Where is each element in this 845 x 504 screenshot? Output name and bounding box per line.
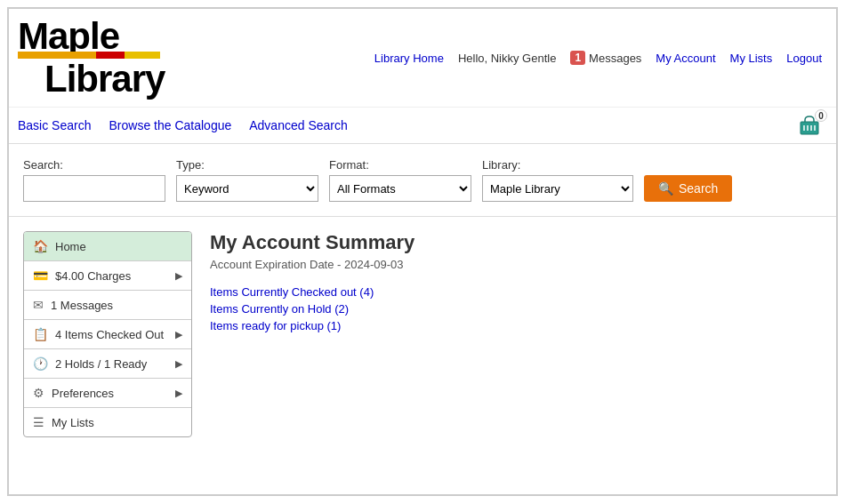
search-field-group: Search: bbox=[23, 158, 165, 202]
header-nav: Library Home Hello, Nikky Gentle 1 Messa… bbox=[374, 51, 822, 65]
sidebar-item-my-lists-label: My Lists bbox=[52, 416, 94, 429]
sidebar-item-checked-out[interactable]: 📋 4 Items Checked Out ▶ bbox=[24, 320, 191, 349]
format-label: Format: bbox=[329, 158, 471, 172]
format-field-group: Format: All Formats Books DVDs Music eBo… bbox=[329, 158, 471, 202]
pickup-summary-link[interactable]: Items ready for pickup (1) bbox=[210, 319, 822, 332]
holds-icon: 🕐 bbox=[33, 356, 48, 371]
library-label: Library: bbox=[482, 158, 633, 172]
browse-catalogue-link[interactable]: Browse the Catalogue bbox=[109, 118, 231, 132]
sidebar-item-preferences[interactable]: ⚙ Preferences ▶ bbox=[24, 379, 191, 408]
library-home-link[interactable]: Library Home bbox=[374, 52, 444, 65]
cart-count: 0 bbox=[815, 109, 827, 122]
charges-icon: 💳 bbox=[33, 268, 48, 283]
summary-links: Items Currently Checked out (4) Items Cu… bbox=[210, 285, 822, 332]
chevron-icon-2: ▶ bbox=[175, 329, 182, 340]
basic-search-link[interactable]: Basic Search bbox=[18, 118, 91, 132]
checked-out-summary-link[interactable]: Items Currently Checked out (4) bbox=[210, 285, 822, 299]
sidebar-item-charges[interactable]: 💳 $4.00 Charges ▶ bbox=[24, 261, 191, 291]
preferences-icon: ⚙ bbox=[33, 386, 44, 400]
sidebar-item-charges-label: $4.00 Charges bbox=[55, 269, 131, 283]
messages-icon: ✉ bbox=[33, 298, 44, 312]
messages-badge[interactable]: 1 Messages bbox=[570, 51, 641, 65]
logo-library: Library bbox=[44, 59, 165, 100]
search-button-label: Search bbox=[679, 181, 718, 196]
type-select[interactable]: Keyword Title Author Subject Series bbox=[176, 175, 318, 202]
sidebar: 🏠 Home 💳 $4.00 Charges ▶ ✉ 1 Messages 📋 … bbox=[23, 231, 192, 437]
sidebar-item-checked-out-label: 4 Items Checked Out bbox=[55, 328, 164, 341]
on-hold-summary-link[interactable]: Items Currently on Hold (2) bbox=[210, 302, 822, 316]
sidebar-item-home[interactable]: 🏠 Home bbox=[24, 232, 191, 261]
sidebar-item-home-label: Home bbox=[55, 240, 86, 253]
search-button[interactable]: 🔍 Search bbox=[644, 175, 732, 202]
sidebar-item-my-lists[interactable]: ☰ My Lists bbox=[24, 408, 191, 436]
chevron-icon-3: ▶ bbox=[175, 358, 182, 370]
logo: Maple Library bbox=[18, 16, 165, 100]
sidebar-item-preferences-label: Preferences bbox=[52, 387, 114, 400]
account-summary-title: My Account Summary bbox=[210, 231, 822, 254]
main-content: 🏠 Home 💳 $4.00 Charges ▶ ✉ 1 Messages 📋 … bbox=[9, 217, 836, 452]
home-icon: 🏠 bbox=[33, 239, 48, 253]
chevron-icon-4: ▶ bbox=[175, 388, 182, 399]
sidebar-item-holds-label: 2 Holds / 1 Ready bbox=[55, 357, 147, 371]
account-expiry: Account Expiration Date - 2024-09-03 bbox=[210, 258, 822, 271]
sub-nav-links: Basic Search Browse the Catalogue Advanc… bbox=[18, 118, 348, 132]
advanced-search-link[interactable]: Advanced Search bbox=[249, 118, 348, 132]
svg-rect-0 bbox=[801, 122, 818, 134]
type-field-group: Type: Keyword Title Author Subject Serie… bbox=[176, 158, 318, 202]
format-select[interactable]: All Formats Books DVDs Music eBooks bbox=[329, 175, 471, 202]
logout-link[interactable]: Logout bbox=[786, 52, 822, 65]
sidebar-item-messages-label: 1 Messages bbox=[51, 299, 113, 312]
search-bar: Search: Type: Keyword Title Author Subje… bbox=[9, 144, 836, 217]
sidebar-item-messages[interactable]: ✉ 1 Messages bbox=[24, 291, 191, 320]
type-label: Type: bbox=[176, 158, 318, 172]
my-account-link[interactable]: My Account bbox=[656, 52, 715, 65]
greeting-text: Hello, Nikky Gentle bbox=[458, 52, 557, 65]
messages-count: 1 bbox=[570, 51, 585, 65]
search-label: Search: bbox=[23, 158, 165, 172]
my-lists-link[interactable]: My Lists bbox=[730, 52, 773, 65]
search-icon: 🔍 bbox=[658, 181, 673, 196]
header: Maple Library Library Home Hello, Nikky … bbox=[9, 9, 836, 108]
lists-icon: ☰ bbox=[33, 415, 44, 429]
messages-label: Messages bbox=[589, 52, 641, 65]
search-input[interactable] bbox=[23, 175, 165, 202]
library-select[interactable]: Maple Library All Libraries bbox=[482, 175, 633, 202]
sub-nav: Basic Search Browse the Catalogue Advanc… bbox=[9, 108, 836, 144]
library-field-group: Library: Maple Library All Libraries bbox=[482, 158, 633, 202]
checked-out-icon: 📋 bbox=[33, 327, 48, 341]
sidebar-item-holds[interactable]: 🕐 2 Holds / 1 Ready ▶ bbox=[24, 349, 191, 379]
chevron-icon: ▶ bbox=[175, 270, 182, 282]
cart-icon[interactable]: 0 bbox=[797, 113, 822, 138]
account-summary: My Account Summary Account Expiration Da… bbox=[210, 231, 822, 437]
